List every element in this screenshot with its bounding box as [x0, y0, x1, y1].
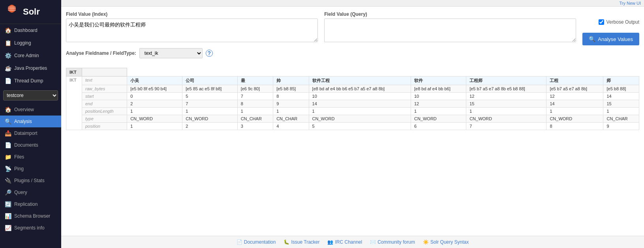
schema-icon: 📊 — [5, 213, 11, 219]
table-cell: 14 — [546, 100, 603, 108]
sidebar-item-ping[interactable]: 📡 Ping — [0, 163, 61, 175]
sidebar-item-plugins-stats[interactable]: 🔌 Plugins / Stats — [0, 175, 61, 186]
chat-icon: 👥 — [327, 239, 333, 245]
top-controls: Field Value (Index) 小吴是我们公司最帅的软件工程师 Fiel… — [66, 11, 639, 63]
fieldname-select[interactable]: text_ik text_general string text_ws — [139, 48, 203, 58]
table-cell: CN_WORD — [127, 115, 182, 123]
sidebar-item-label: Java Properties — [14, 65, 47, 71]
community-forum-link[interactable]: ✉️ Community forum — [370, 239, 415, 245]
sidebar-item-query[interactable]: 🔎 Query — [0, 186, 61, 198]
table-cell: 7 — [466, 123, 546, 130]
core-nav-label: Dataimport — [14, 131, 38, 136]
table-cell: 1 — [603, 108, 639, 115]
table-cell: CN_CHAR — [603, 115, 639, 123]
thread-dump-icon: 📄 — [5, 78, 11, 84]
sidebar-item-files[interactable]: 📁 Files — [0, 151, 61, 163]
table-cell: 6 — [411, 123, 466, 130]
ping-icon: 📡 — [5, 166, 11, 172]
table-cell: [e5 b0 8f e5 90 b4] — [127, 85, 182, 93]
table-cell: 1 — [466, 108, 546, 115]
mail-icon: ✉️ — [370, 239, 376, 245]
table-cell: 2 — [182, 123, 237, 130]
new-ui-link[interactable]: Try New UI — [619, 1, 641, 6]
sidebar-item-schema-browser[interactable]: 📊 Schema Browser — [0, 210, 61, 222]
table-cell: [e8 bd af e4 bb b6] — [411, 85, 466, 93]
logo-text: Solr — [23, 7, 40, 17]
table-cell: 工程 — [546, 76, 603, 85]
sidebar-item-thread-dump[interactable]: 📄 Thread Dump — [0, 75, 61, 87]
dataimport-icon: 📥 — [5, 130, 11, 136]
sidebar-item-java-properties[interactable]: ☕ Java Properties — [0, 62, 61, 75]
field-value-index-input[interactable]: 小吴是我们公司最帅的软件工程师 — [66, 19, 318, 42]
table-cell: 软件工程 — [309, 76, 411, 85]
sidebar-item-logging[interactable]: 📋 Logging — [0, 37, 61, 49]
table-cell: 2 — [127, 100, 182, 108]
table-cell: 软件 — [411, 76, 466, 85]
filter-icon: 🔍 — [589, 36, 595, 42]
table-cell: 10 — [411, 93, 466, 100]
table-cell: 工程师 — [466, 76, 546, 85]
sidebar-item-documents[interactable]: 📄 Documents — [0, 139, 61, 151]
table-cell: 7 — [237, 93, 273, 100]
verbose-label[interactable]: Verbose Output — [606, 19, 639, 25]
table-cell: [e5 85 ac e5 8f b8] — [182, 85, 237, 93]
verbose-row: Verbose Output — [599, 19, 639, 25]
irc-channel-link[interactable]: 👥 IRC Channel — [327, 239, 362, 245]
table-cell: 小吴 — [127, 76, 182, 85]
ikt-header: IKT — [66, 68, 82, 76]
table-cell: 1 — [182, 108, 237, 115]
table-cell: 5 — [309, 123, 411, 130]
plugins-icon: 🔌 — [5, 177, 11, 184]
analyse-values-button[interactable]: 🔍 Analyse Values — [582, 33, 639, 45]
table-cell: [e5 b8 88] — [603, 85, 639, 93]
table-cell: 5 — [182, 93, 237, 100]
dashboard-icon: 🏠 — [5, 27, 11, 34]
table-cell: CN_WORD — [182, 115, 237, 123]
core-nav-label: Segments info — [14, 225, 45, 231]
table-cell: 3 — [237, 123, 273, 130]
table-cell: CN_CHAR — [237, 115, 273, 123]
verbose-checkbox[interactable] — [599, 19, 604, 25]
sidebar-item-overview[interactable]: 🏠 Overview — [0, 104, 61, 116]
field-value-query-input[interactable] — [324, 19, 576, 42]
table-cell: 帅 — [273, 76, 309, 85]
fieldname-label: Analyse Fieldname / FieldType: — [66, 50, 136, 56]
core-select[interactable]: testcore — [3, 90, 58, 101]
field-value-index-section: Field Value (Index) 小吴是我们公司最帅的软件工程师 — [66, 11, 318, 43]
replication-icon: 🔄 — [5, 201, 11, 207]
sidebar-item-dataimport[interactable]: 📥 Dataimport — [0, 127, 61, 139]
core-selector[interactable]: testcore — [3, 90, 58, 101]
table-cell: [e5 b8 85] — [273, 85, 309, 93]
solr-query-syntax-link[interactable]: ☀️ Solr Query Syntax — [423, 239, 469, 245]
logging-icon: 📋 — [5, 40, 11, 46]
sidebar-item-dashboard[interactable]: 🏠 Dashboard — [0, 24, 61, 37]
analysis-panel: Field Value (Index) 小吴是我们公司最帅的软件工程师 Fiel… — [61, 7, 644, 236]
table-cell: 10 — [309, 93, 411, 100]
issue-tracker-link[interactable]: 🐛 Issue Tracker — [284, 239, 319, 245]
query-icon: 🔎 — [5, 189, 11, 196]
table-cell: 14 — [309, 100, 411, 108]
overview-icon: 🏠 — [5, 106, 11, 113]
sidebar-item-label: Core Admin — [14, 53, 39, 58]
sidebar-item-core-admin[interactable]: ⚙️ Core Admin — [0, 49, 61, 62]
left-controls: Field Value (Index) 小吴是我们公司最帅的软件工程师 Fiel… — [66, 11, 576, 63]
table-cell: 0 — [127, 93, 182, 100]
solr-logo-icon — [4, 4, 20, 20]
table-cell: 9 — [603, 123, 639, 130]
segments-icon: 📈 — [5, 225, 11, 231]
doc-icon: 📄 — [237, 239, 242, 245]
sidebar-item-segments-info[interactable]: 📈 Segments info — [0, 222, 61, 234]
documentation-link[interactable]: 📄 Documentation — [237, 239, 276, 245]
analysis-table: IKT IKTtext小吴公司最帅软件工程软件工程师工程师raw_bytes[e… — [66, 68, 639, 130]
right-controls: Verbose Output 🔍 Analyse Values — [582, 11, 639, 45]
table-cell: 1 — [273, 108, 309, 115]
table-cell: 8 — [237, 100, 273, 108]
row-label: start — [82, 93, 127, 100]
table-cell: [e5 b7 a5 e7 a8 8b e5 b8 88] — [466, 85, 546, 93]
sidebar-item-replication[interactable]: 🔄 Replication — [0, 198, 61, 210]
table-cell: 1 — [127, 123, 182, 130]
table-cell: 师 — [603, 76, 639, 85]
sidebar-item-analysis[interactable]: 🔍 Analysis — [0, 116, 61, 127]
table-cell: 8 — [546, 123, 603, 130]
help-icon[interactable]: ? — [206, 50, 213, 57]
